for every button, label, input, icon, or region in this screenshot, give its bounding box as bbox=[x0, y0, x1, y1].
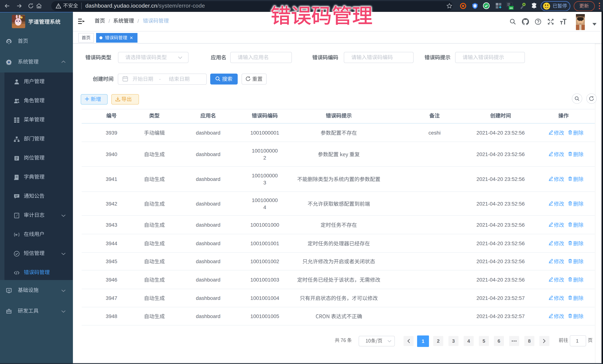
svg-text:on: on bbox=[510, 7, 513, 10]
